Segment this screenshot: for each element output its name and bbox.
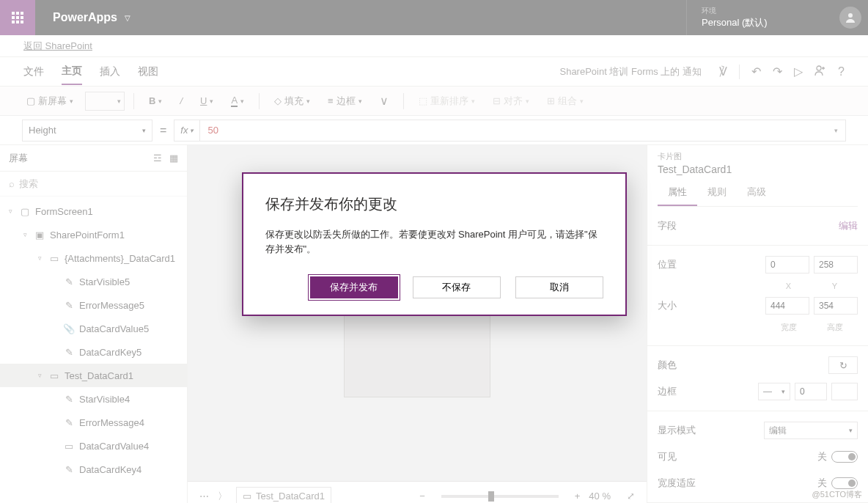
cancel-button[interactable]: 取消: [515, 276, 603, 298]
dialog-body: 保存更改以防丢失所做的工作。若要使更改对 SharePoint 用户可见，请选择…: [265, 227, 603, 256]
dialog-title: 保存并发布你的更改: [265, 194, 603, 214]
save-publish-button[interactable]: 保存并发布: [310, 276, 398, 298]
modal-overlay: 保存并发布你的更改 保存更改以防丢失所做的工作。若要使更改对 SharePoin…: [0, 0, 868, 503]
save-publish-dialog: 保存并发布你的更改 保存更改以防丢失所做的工作。若要使更改对 SharePoin…: [242, 172, 627, 316]
dont-save-button[interactable]: 不保存: [413, 276, 501, 298]
watermark: @51CTO博客: [812, 489, 862, 500]
